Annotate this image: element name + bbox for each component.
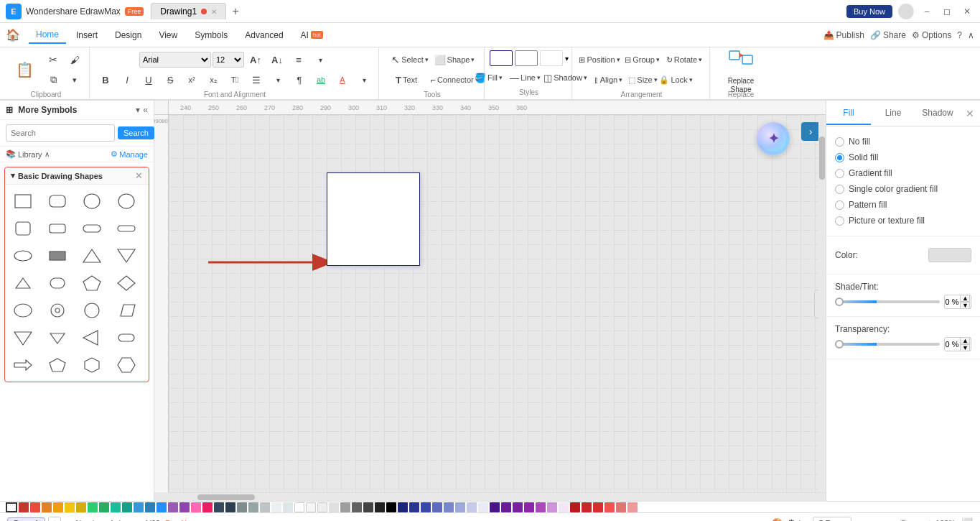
palette-color-34[interactable]: [398, 502, 408, 512]
no-color-btn[interactable]: [6, 502, 17, 512]
shape-triangle-sm[interactable]: [9, 271, 37, 295]
gradient-fill-option[interactable]: Gradient fill: [835, 165, 971, 181]
close-btn[interactable]: ✕: [960, 4, 974, 19]
sidebar-collapse-btn[interactable]: «: [143, 105, 148, 115]
options-btn[interactable]: ⚙ Options: [912, 30, 951, 40]
palette-color-43[interactable]: [501, 502, 511, 512]
solid-fill-radio[interactable]: [835, 153, 844, 162]
tab-fill[interactable]: Fill: [826, 102, 871, 125]
tab-add-btn[interactable]: +: [228, 4, 243, 19]
minimize-btn[interactable]: –: [920, 4, 934, 19]
palette-color-44[interactable]: [513, 502, 523, 512]
palette-color-20[interactable]: [237, 502, 247, 512]
shade-up-btn[interactable]: ▲: [960, 295, 970, 302]
pattern-fill-option[interactable]: Pattern fill: [835, 197, 971, 213]
no-fill-option[interactable]: No fill: [835, 134, 971, 149]
fill-btn[interactable]: 🪣 Fill ▾: [471, 68, 507, 87]
palette-color-10[interactable]: [122, 502, 132, 512]
palette-color-32[interactable]: [375, 502, 385, 512]
shape-rounded-rect-wide[interactable]: [78, 216, 106, 241]
bold-btn[interactable]: B: [95, 70, 116, 89]
no-fill-radio[interactable]: [835, 137, 844, 147]
palette-color-51[interactable]: [593, 502, 603, 512]
publish-btn[interactable]: 📤 Publish: [823, 30, 864, 40]
shape-triangle[interactable]: [78, 244, 106, 268]
shape-rounded-square[interactable]: [9, 216, 37, 241]
menu-insert[interactable]: Insert: [69, 27, 105, 43]
subscript-btn[interactable]: x₂: [203, 70, 223, 89]
add-page-btn[interactable]: +: [48, 517, 61, 522]
palette-color-49[interactable]: [570, 502, 580, 512]
font-select[interactable]: Arial: [139, 52, 211, 68]
picture-fill-option[interactable]: Picture or texture fill: [835, 213, 971, 229]
palette-color-6[interactable]: [76, 502, 86, 512]
tab-drawing1[interactable]: Drawing1 ✕: [151, 3, 226, 19]
align-btn[interactable]: ≡: [289, 50, 309, 69]
palette-color-31[interactable]: [363, 502, 373, 512]
palette-color-12[interactable]: [145, 502, 155, 512]
palette-color-33[interactable]: [386, 502, 396, 512]
menu-symbols[interactable]: Symbols: [187, 27, 235, 43]
palette-color-11[interactable]: [134, 502, 144, 512]
shape-arrow[interactable]: [9, 353, 37, 377]
fullscreen-btn[interactable]: ⬜: [961, 517, 973, 521]
help-btn[interactable]: ?: [957, 30, 962, 40]
palette-color-7[interactable]: [88, 502, 98, 512]
scroll-horizontal[interactable]: [169, 492, 826, 501]
navigate-btn[interactable]: ›: [801, 122, 820, 141]
color-swatch[interactable]: [928, 248, 971, 262]
shape-triangle-bot[interactable]: [9, 326, 37, 350]
palette-color-22[interactable]: [260, 502, 270, 512]
shape-rect-rounded2[interactable]: [44, 271, 71, 295]
shade-down-btn[interactable]: ▼: [960, 302, 970, 309]
home-menu-icon[interactable]: 🏠: [6, 28, 20, 42]
font-color-btn[interactable]: A: [332, 70, 353, 89]
single-gradient-option[interactable]: Single color gradient fill: [835, 181, 971, 197]
palette-color-35[interactable]: [409, 502, 419, 512]
palette-color-24[interactable]: [283, 502, 293, 512]
palette-color-2[interactable]: [30, 502, 40, 512]
scroll-thumb-v[interactable]: [819, 137, 825, 180]
format-painter-btn[interactable]: 🖌: [65, 50, 85, 69]
shape-triangle-right[interactable]: [113, 244, 140, 268]
shape-oval[interactable]: [9, 244, 37, 268]
list-btn[interactable]: ☰: [246, 70, 266, 89]
palette-color-28[interactable]: [329, 502, 339, 512]
shape-stadium[interactable]: [113, 326, 140, 350]
text-style-btn[interactable]: T⃞: [225, 70, 245, 89]
palette-color-53[interactable]: [616, 502, 626, 512]
paste-btn[interactable]: 📋: [7, 60, 42, 79]
select-btn[interactable]: ↖ Select ▾: [388, 50, 431, 69]
palette-color-18[interactable]: [214, 502, 224, 512]
palette-color-39[interactable]: [455, 502, 465, 512]
shape-circle[interactable]: [78, 189, 106, 213]
palette-color-25[interactable]: [294, 502, 304, 512]
search-input[interactable]: [6, 124, 115, 142]
size-btn[interactable]: ⬚ Size ▾: [627, 70, 659, 89]
shape-rounded-rect[interactable]: [44, 189, 71, 213]
shape-btn[interactable]: ⬜ Shape ▾: [433, 50, 476, 69]
menu-ai[interactable]: AI hot: [294, 27, 330, 43]
shape-diamond[interactable]: [113, 271, 140, 295]
canvas-drawing-area[interactable]: ✦ › ‹: [169, 115, 826, 492]
single-gradient-radio[interactable]: [835, 185, 844, 194]
shape-triangle-sm-bot[interactable]: [44, 326, 71, 350]
font-color-dropdown-btn[interactable]: ▾: [354, 70, 374, 89]
palette-color-5[interactable]: [65, 502, 75, 512]
shape-circle-lg[interactable]: [78, 298, 106, 323]
shape-parallelogram[interactable]: [113, 298, 140, 323]
transparency-up-btn[interactable]: ▲: [960, 337, 970, 344]
rotate-btn[interactable]: ↻ Rotate ▾: [663, 50, 705, 69]
palette-color-36[interactable]: [421, 502, 431, 512]
shape-pentagon-sm[interactable]: [44, 353, 71, 377]
font-size-select[interactable]: 12: [213, 52, 244, 68]
palette-color-30[interactable]: [352, 502, 362, 512]
palette-color-21[interactable]: [248, 502, 258, 512]
style-shape-3[interactable]: [540, 50, 563, 66]
text-btn[interactable]: T Text: [385, 70, 428, 89]
palette-color-41[interactable]: [478, 502, 488, 512]
shape-rect-filled[interactable]: [44, 244, 71, 268]
transparency-slider[interactable]: [835, 343, 940, 346]
palette-color-29[interactable]: [340, 502, 350, 512]
scroll-vertical[interactable]: [818, 115, 826, 492]
